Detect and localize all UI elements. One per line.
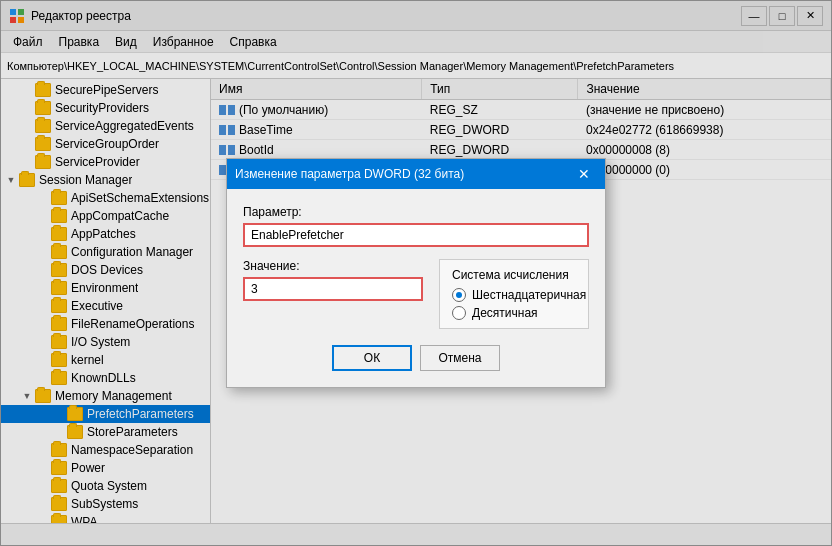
radio-dec-dot — [452, 306, 466, 320]
modal-left: Значение: — [243, 259, 423, 301]
modal-close-button[interactable]: ✕ — [571, 164, 597, 184]
system-label: Система исчисления — [452, 268, 576, 282]
radio-group: Шестнадцатеричная Десятичная — [452, 288, 576, 320]
param-label: Параметр: — [243, 205, 589, 219]
modal-buttons: ОК Отмена — [243, 345, 589, 371]
radio-hex[interactable]: Шестнадцатеричная — [452, 288, 576, 302]
modal-title: Изменение параметра DWORD (32 бита) — [235, 167, 571, 181]
number-system-panel: Система исчисления Шестнадцатеричная Дес… — [439, 259, 589, 329]
value-input[interactable] — [243, 277, 423, 301]
modal-body: Параметр: Значение: Система исчисления Ш… — [227, 189, 605, 387]
radio-hex-dot — [452, 288, 466, 302]
cancel-button[interactable]: Отмена — [420, 345, 500, 371]
modal-row: Значение: Система исчисления Шестнадцате… — [243, 259, 589, 329]
param-input[interactable] — [243, 223, 589, 247]
radio-dec[interactable]: Десятичная — [452, 306, 576, 320]
radio-hex-label: Шестнадцатеричная — [472, 288, 586, 302]
modal-title-bar: Изменение параметра DWORD (32 бита) ✕ — [227, 159, 605, 189]
modal-overlay: Изменение параметра DWORD (32 бита) ✕ Па… — [0, 0, 832, 546]
modal-window: Изменение параметра DWORD (32 бита) ✕ Па… — [226, 158, 606, 388]
ok-button[interactable]: ОК — [332, 345, 412, 371]
value-label: Значение: — [243, 259, 423, 273]
radio-dec-label: Десятичная — [472, 306, 538, 320]
